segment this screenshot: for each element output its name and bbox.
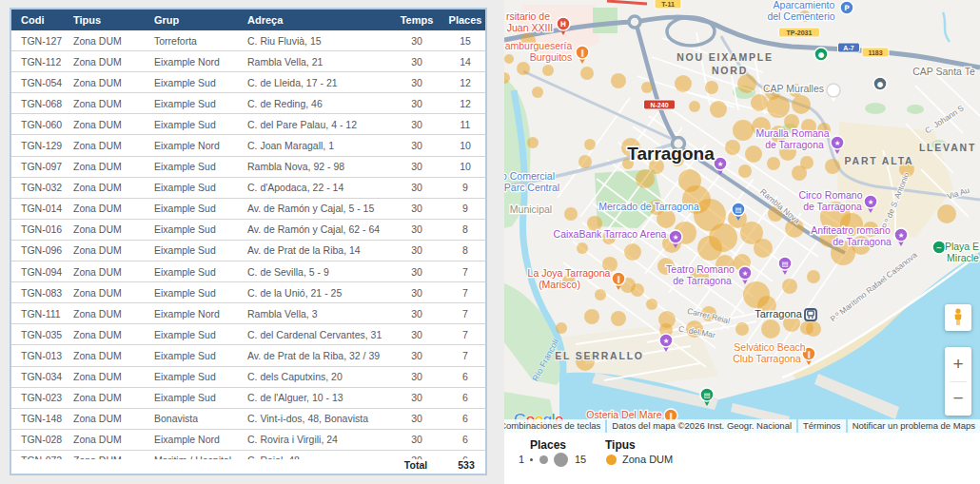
dum-zone-bubble[interactable] bbox=[689, 101, 700, 112]
dum-zone-bubble[interactable] bbox=[767, 157, 780, 170]
dum-zone-bubble[interactable] bbox=[624, 243, 641, 261]
dum-zone-bubble[interactable] bbox=[584, 139, 596, 150]
dum-zone-bubble[interactable] bbox=[504, 54, 514, 64]
poi-label[interactable]: Anfiteatro romano bbox=[811, 224, 891, 236]
terms-link[interactable]: Términos bbox=[798, 419, 846, 433]
dum-zone-bubble[interactable] bbox=[792, 165, 807, 181]
poi-label[interactable]: Teatro Romano bbox=[666, 263, 735, 275]
table-row[interactable]: TGN-014Zona DUMEixample SudAv. de Ramón … bbox=[11, 198, 485, 219]
poi-label[interactable]: Playa E bbox=[945, 241, 979, 252]
dum-zone-bubble[interactable] bbox=[737, 74, 756, 93]
poi-label[interactable]: CaixaBank Tarraco Arena bbox=[554, 228, 667, 240]
col-header-places[interactable]: Places bbox=[445, 10, 485, 30]
dum-zone-bubble[interactable] bbox=[705, 81, 718, 94]
dum-zone-bubble[interactable] bbox=[675, 75, 692, 92]
table-row[interactable]: TGN-083Zona DUMEixample SudC. de la Unió… bbox=[11, 282, 485, 303]
poi-label[interactable]: (Marisco) bbox=[539, 279, 580, 290]
poi-label[interactable]: Aparcamiento bbox=[774, 0, 835, 10]
poi-label[interactable]: de Tarragona bbox=[673, 275, 732, 286]
table-row[interactable]: TGN-097Zona DUMEixample SudRambla Nova, … bbox=[11, 156, 485, 177]
table-row[interactable]: TGN-148Zona DUMBonavistaC. Vint-i-dos, 4… bbox=[11, 408, 485, 429]
poi-label[interactable]: Burguitos bbox=[530, 51, 572, 63]
dum-zone-bubble[interactable] bbox=[646, 299, 657, 310]
poi-label[interactable]: Circo Romano bbox=[798, 189, 862, 201]
col-header-tipus[interactable]: Tipus bbox=[64, 10, 145, 30]
table-row[interactable]: TGN-013Zona DUMEixample SudAv. de Prat d… bbox=[11, 345, 485, 366]
dum-zone-bubble[interactable] bbox=[636, 169, 655, 188]
dum-zone-bubble[interactable] bbox=[631, 283, 644, 297]
dum-zone-bubble[interactable] bbox=[556, 322, 567, 334]
dum-zone-bubble[interactable] bbox=[710, 101, 727, 118]
transit-marker-icon[interactable]: ● bbox=[814, 48, 828, 61]
poi-label[interactable]: Muralla Romana bbox=[755, 127, 829, 139]
table-row[interactable]: TGN-068Zona DUMEixample SudC. de Reding,… bbox=[11, 93, 485, 114]
dum-zone-bubble[interactable] bbox=[733, 120, 754, 141]
dum-zone-bubble[interactable] bbox=[517, 62, 530, 75]
poi-label[interactable]: La Joya Tarragona bbox=[528, 267, 611, 279]
table-row[interactable]: TGN-096Zona DUMEixample SudAv. de Prat d… bbox=[11, 240, 485, 261]
table-row[interactable]: TGN-032Zona DUMEixample SudC. d'Apodaca,… bbox=[11, 177, 485, 198]
table-row[interactable]: TGN-111Zona DUMEixample NordRambla Vella… bbox=[11, 303, 485, 324]
poi-label[interactable]: rsitario de bbox=[506, 10, 550, 22]
dum-zone-bubble[interactable] bbox=[578, 155, 592, 168]
dum-zone-bubble[interactable] bbox=[937, 204, 956, 223]
dum-zone-bubble[interactable] bbox=[611, 73, 626, 88]
col-header-grup[interactable]: Grup bbox=[145, 10, 238, 30]
dum-zone-bubble[interactable] bbox=[751, 94, 768, 111]
poi-label[interactable]: CAP Muralles bbox=[763, 83, 824, 94]
poi-label[interactable]: Parc Central bbox=[504, 182, 559, 193]
parking-marker-icon[interactable]: P bbox=[840, 1, 853, 14]
map-canvas[interactable]: Rambla NovaC. del MarCarrer ReialP.º Mar… bbox=[504, 0, 980, 433]
keyboard-shortcuts-link[interactable]: Combinaciones de teclas bbox=[504, 419, 605, 433]
poi-label[interactable]: amburguesería bbox=[505, 40, 573, 51]
poi-label[interactable]: CAP Santa Te bbox=[912, 66, 975, 77]
dum-zone-bubble[interactable] bbox=[761, 319, 780, 339]
table-row[interactable]: TGN-054Zona DUMEixample SudC. de Lleida,… bbox=[11, 72, 485, 93]
dum-zone-bubble[interactable] bbox=[611, 311, 626, 326]
poi-label[interactable]: del Cementerio bbox=[767, 10, 834, 22]
table-row[interactable]: TGN-035Zona DUMEixample SudC. del Carden… bbox=[11, 324, 485, 345]
dum-zone-bubble[interactable] bbox=[577, 242, 588, 254]
dum-zone-bubble[interactable] bbox=[825, 159, 840, 174]
dum-zone-bubble[interactable] bbox=[584, 309, 599, 324]
dum-zone-bubble[interactable] bbox=[532, 87, 543, 98]
poi-label[interactable]: de Tarragona bbox=[803, 201, 862, 212]
dum-zone-bubble[interactable] bbox=[580, 67, 594, 80]
dum-zone-bubble[interactable] bbox=[542, 65, 554, 76]
dum-zone-bubble[interactable] bbox=[800, 321, 813, 335]
dum-zone-bubble[interactable] bbox=[735, 322, 749, 336]
poi-label[interactable]: o Comercial bbox=[504, 170, 555, 182]
train-station-icon[interactable] bbox=[805, 309, 816, 320]
col-header-adreca[interactable]: Adreça bbox=[238, 10, 388, 30]
zoom-out-button[interactable]: − bbox=[945, 382, 971, 416]
zoom-in-button[interactable]: + bbox=[945, 347, 971, 381]
dum-zone-bubble[interactable] bbox=[738, 165, 752, 178]
dum-zone-bubble[interactable] bbox=[745, 145, 762, 163]
map-viewport[interactable]: Rambla NovaC. del MarCarrer ReialP.º Mar… bbox=[504, 0, 980, 433]
dum-zone-bubble[interactable] bbox=[807, 270, 820, 283]
dum-zone-bubble[interactable] bbox=[754, 239, 773, 258]
weather-marker-icon[interactable]: ● bbox=[873, 77, 887, 90]
dum-zone-bubble[interactable] bbox=[782, 279, 797, 294]
dum-zone-bubble[interactable] bbox=[792, 95, 811, 114]
poi-label[interactable]: Club Tarragona bbox=[733, 353, 801, 364]
table-row[interactable]: TGN-023Zona DUMEixample SudC. de l'Algue… bbox=[11, 387, 485, 408]
dum-zone-bubble[interactable] bbox=[697, 236, 722, 261]
table-row[interactable]: TGN-060Zona DUMEixample SudC. del Pare P… bbox=[11, 114, 485, 135]
table-row[interactable]: TGN-129Zona DUMEixample NordC. Joan Mara… bbox=[11, 135, 485, 156]
poi-label[interactable]: Mercado de Tarragona bbox=[598, 201, 699, 212]
col-header-codi[interactable]: Codi bbox=[11, 10, 64, 30]
poi-label[interactable]: de Tarragona bbox=[833, 236, 892, 247]
poi-label[interactable]: Municipal bbox=[510, 203, 552, 215]
table-row[interactable]: TGN-112Zona DUMEixample NordRambla Vella… bbox=[11, 51, 485, 72]
poi-label[interactable]: Selvático Beach bbox=[734, 341, 805, 353]
table-row[interactable]: TGN-094Zona DUMEixample SudC. de Sevilla… bbox=[11, 261, 485, 282]
table-row[interactable]: TGN-127Zona DUMTorrefortaC. Riu Fluvià, … bbox=[11, 30, 485, 51]
dum-zone-bubble[interactable] bbox=[767, 95, 790, 118]
table-row[interactable]: TGN-034Zona DUMEixample SudC. dels Caput… bbox=[11, 366, 485, 387]
poi-label[interactable]: Juan XXIII bbox=[507, 22, 553, 33]
poi-label[interactable]: Miracle bbox=[947, 252, 979, 263]
dum-zone-bubble[interactable] bbox=[564, 207, 578, 221]
col-header-temps[interactable]: Temps bbox=[388, 10, 445, 30]
dum-zone-bubble[interactable] bbox=[725, 140, 740, 155]
